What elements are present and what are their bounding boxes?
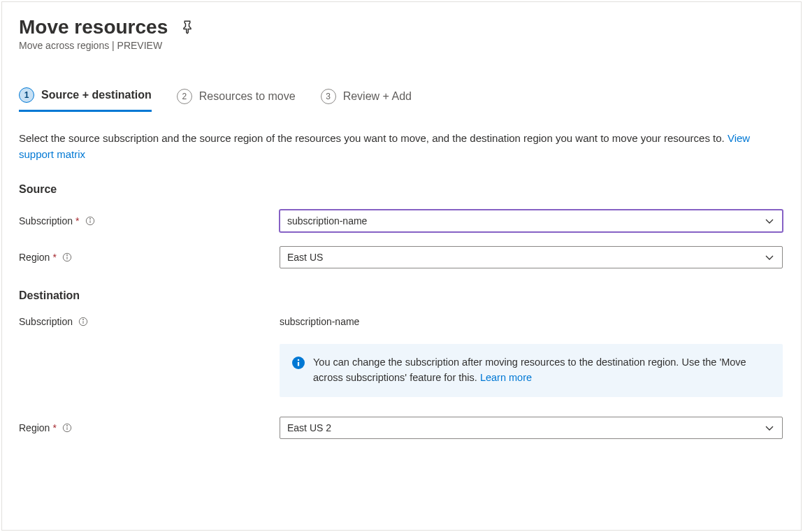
chevron-down-icon (764, 252, 775, 263)
dropdown-value: East US 2 (287, 422, 331, 433)
info-icon[interactable] (85, 216, 95, 226)
required-indicator: * (52, 422, 56, 433)
destination-section-title: Destination (19, 289, 784, 302)
header-row: Move resources (19, 16, 784, 38)
required-indicator: * (75, 215, 79, 227)
destination-subscription-row: Subscription subscription-name (19, 316, 784, 327)
source-region-dropdown[interactable]: East US (280, 246, 783, 268)
svg-point-5 (66, 254, 67, 255)
page-subtitle: Move across regions | PREVIEW (19, 40, 784, 51)
tab-label: Review + Add (343, 90, 412, 103)
chevron-down-icon (764, 215, 775, 227)
svg-point-8 (83, 319, 84, 319)
tab-label: Resources to move (199, 90, 296, 103)
dropdown-value: East US (287, 252, 323, 263)
required-indicator: * (52, 252, 56, 263)
destination-subscription-value: subscription-name (280, 316, 784, 327)
destination-region-row: Region * East US 2 (19, 417, 784, 439)
source-subscription-label: Subscription * (19, 215, 280, 227)
tab-label: Source + destination (41, 89, 152, 101)
source-subscription-dropdown[interactable]: subscription-name (280, 210, 783, 232)
svg-point-2 (89, 218, 90, 219)
info-icon[interactable] (62, 252, 72, 262)
page-title: Move resources (19, 16, 168, 38)
dropdown-value: subscription-name (287, 215, 367, 227)
info-banner-text: You can change the subscription after mo… (313, 355, 770, 386)
destination-region-dropdown[interactable]: East US 2 (280, 417, 783, 439)
chevron-down-icon (764, 422, 775, 433)
source-subscription-row: Subscription * subscription-name (19, 210, 784, 232)
tab-step-number: 3 (321, 89, 336, 104)
info-icon[interactable] (62, 423, 72, 433)
subscription-info-banner: You can change the subscription after mo… (280, 344, 783, 397)
tab-resources-to-move[interactable]: 2 Resources to move (177, 87, 296, 112)
destination-subscription-label: Subscription (19, 316, 280, 327)
description-text: Select the source subscription and the s… (19, 131, 784, 162)
tab-step-number: 2 (177, 89, 192, 104)
svg-point-14 (66, 425, 67, 426)
pin-icon[interactable] (180, 20, 194, 34)
wizard-tabs: 1 Source + destination 2 Resources to mo… (19, 87, 784, 113)
description-body: Select the source subscription and the s… (19, 132, 728, 144)
info-icon[interactable] (78, 317, 88, 326)
info-circle-icon (292, 357, 305, 369)
svg-point-11 (298, 359, 299, 361)
page-container: Move resources Move across regions | PRE… (1, 1, 802, 531)
learn-more-link[interactable]: Learn more (480, 372, 532, 383)
tab-source-destination[interactable]: 1 Source + destination (19, 87, 152, 112)
source-section-title: Source (19, 183, 784, 196)
svg-rect-10 (298, 362, 299, 366)
tab-review-add[interactable]: 3 Review + Add (321, 87, 412, 112)
destination-region-label: Region * (19, 422, 280, 433)
tab-step-number: 1 (19, 87, 34, 103)
source-region-row: Region * East US (19, 246, 784, 268)
source-region-label: Region * (19, 252, 280, 263)
